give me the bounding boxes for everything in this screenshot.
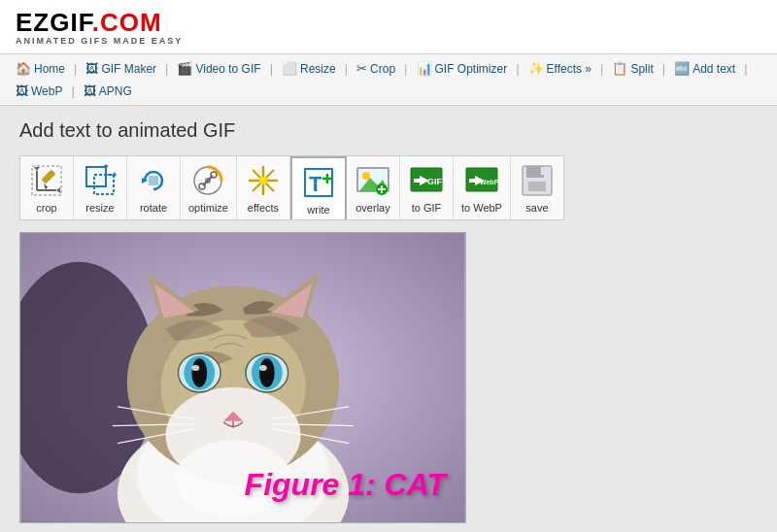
crop-label: crop xyxy=(36,202,56,214)
crop-nav-icon: ✂ xyxy=(356,61,367,76)
tool-to-webp[interactable]: WebP to WebP xyxy=(454,156,511,219)
tool-rotate[interactable]: rotate xyxy=(127,156,181,219)
svg-point-65 xyxy=(259,358,275,387)
nav-resize[interactable]: ⬜ Resize xyxy=(276,58,342,79)
optimize-label: optimize xyxy=(188,202,228,214)
rotate-tool-icon xyxy=(135,162,172,199)
resize-label: resize xyxy=(85,202,114,214)
nav-crop[interactable]: ✂ Crop xyxy=(351,58,401,79)
logo-text: EZGIF.COM xyxy=(16,8,761,38)
overlay-text: Figure 1: CAT xyxy=(245,467,446,503)
home-icon: 🏠 xyxy=(16,61,31,76)
svg-text:GIF: GIF xyxy=(427,177,443,186)
write-tool-icon: T xyxy=(300,164,337,201)
crop-tool-icon xyxy=(28,162,65,199)
tool-overlay[interactable]: overlay xyxy=(347,156,400,219)
apng-icon: 🖼 xyxy=(84,83,96,98)
svg-rect-41 xyxy=(469,179,479,183)
text-nav-icon: 🔤 xyxy=(674,61,690,76)
save-label: save xyxy=(525,202,548,214)
logo: EZGIF.COM ANIMATED GIFS MADE EASY xyxy=(16,8,761,46)
effects-tool-icon xyxy=(245,162,282,199)
tool-row: crop resize xyxy=(19,155,564,220)
svg-point-19 xyxy=(199,183,205,189)
svg-rect-37 xyxy=(414,179,423,183)
split-icon: 📋 xyxy=(612,61,627,76)
tool-save[interactable]: save xyxy=(511,156,563,219)
svg-point-66 xyxy=(259,365,267,371)
resize-tool-icon xyxy=(82,162,118,199)
header: EZGIF.COM ANIMATED GIFS MADE EASY xyxy=(0,0,777,54)
optimize-tool-icon xyxy=(189,162,226,199)
nav-split[interactable]: 📋 Split xyxy=(606,58,659,79)
logo-sub: ANIMATED GIFS MADE EASY xyxy=(16,36,761,46)
to-webp-tool-icon: WebP xyxy=(463,162,500,199)
svg-rect-5 xyxy=(42,170,55,183)
nav-home[interactable]: 🏠 Home xyxy=(10,58,71,79)
svg-rect-7 xyxy=(86,167,106,186)
nav-effects[interactable]: ✨ Effects » xyxy=(523,58,597,79)
svg-rect-45 xyxy=(528,182,546,191)
tool-effects[interactable]: effects xyxy=(237,156,290,219)
nav-gif-maker[interactable]: 🖼 GIF Maker xyxy=(80,58,162,79)
tool-to-gif[interactable]: GIF to GIF xyxy=(400,156,454,219)
navbar: 🏠 Home | 🖼 GIF Maker | 🎬 Video to GIF | … xyxy=(0,54,777,106)
svg-point-18 xyxy=(211,172,217,178)
tool-resize[interactable]: resize xyxy=(74,156,127,219)
overlay-label: overlay xyxy=(355,202,389,214)
svg-point-60 xyxy=(191,358,207,387)
nav-apng[interactable]: 🖼 APNG xyxy=(78,81,138,101)
svg-point-24 xyxy=(259,177,267,184)
to-gif-tool-icon: GIF xyxy=(408,162,445,199)
to-webp-label: to WebP xyxy=(461,202,502,214)
resize-icon: ⬜ xyxy=(282,61,297,76)
effects-icon: ✨ xyxy=(528,61,544,76)
tool-write[interactable]: T write xyxy=(290,156,347,219)
optimizer-icon: 📊 xyxy=(417,61,432,76)
video-icon: 🎬 xyxy=(177,61,192,76)
nav-webp[interactable]: 🖼 WebP xyxy=(10,81,68,101)
canvas-area: Figure 1: CAT xyxy=(19,232,466,523)
write-label: write xyxy=(307,204,329,216)
page-title: Add text to animated GIF xyxy=(19,119,758,142)
main-content: Add text to animated GIF crop xyxy=(0,106,777,532)
svg-marker-6 xyxy=(44,183,48,189)
nav-add-text[interactable]: 🔤 Add text xyxy=(668,58,741,79)
svg-text:WebP: WebP xyxy=(480,179,499,185)
webp-icon: 🖼 xyxy=(16,83,28,98)
gif-maker-icon: 🖼 xyxy=(85,61,98,76)
svg-marker-3 xyxy=(34,167,40,171)
svg-text:T: T xyxy=(309,172,322,196)
overlay-tool-icon xyxy=(355,162,391,199)
rotate-label: rotate xyxy=(140,202,167,214)
nav-optimizer[interactable]: 📊 GIF Optimizer xyxy=(411,58,514,79)
svg-point-30 xyxy=(362,172,370,180)
to-gif-label: to GIF xyxy=(412,202,442,214)
svg-marker-11 xyxy=(114,172,117,178)
svg-marker-4 xyxy=(56,187,60,193)
svg-rect-46 xyxy=(541,167,545,175)
svg-rect-8 xyxy=(94,175,114,194)
svg-point-61 xyxy=(191,365,199,371)
nav-video-to-gif[interactable]: 🎬 Video to GIF xyxy=(171,58,266,79)
svg-marker-12 xyxy=(103,164,109,167)
tool-optimize[interactable]: optimize xyxy=(181,156,237,219)
tool-crop[interactable]: crop xyxy=(20,156,74,219)
effects-label: effects xyxy=(248,202,279,214)
svg-rect-14 xyxy=(149,176,158,185)
save-tool-icon xyxy=(519,162,556,199)
